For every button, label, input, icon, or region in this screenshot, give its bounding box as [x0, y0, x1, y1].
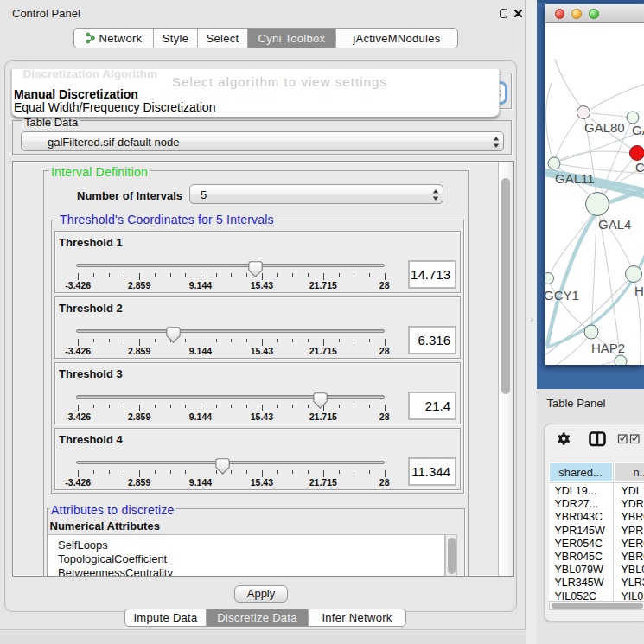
- svg-text:GCY1: GCY1: [545, 288, 579, 303]
- svg-text:H: H: [634, 284, 644, 298]
- svg-text:GA: GA: [632, 123, 644, 137]
- svg-text:GAL80: GAL80: [584, 120, 625, 135]
- svg-text:GAL11: GAL11: [555, 171, 595, 186]
- svg-text:GAL4: GAL4: [598, 217, 631, 232]
- svg-text:HAP2: HAP2: [591, 341, 625, 355]
- svg-text:C: C: [635, 160, 644, 175]
